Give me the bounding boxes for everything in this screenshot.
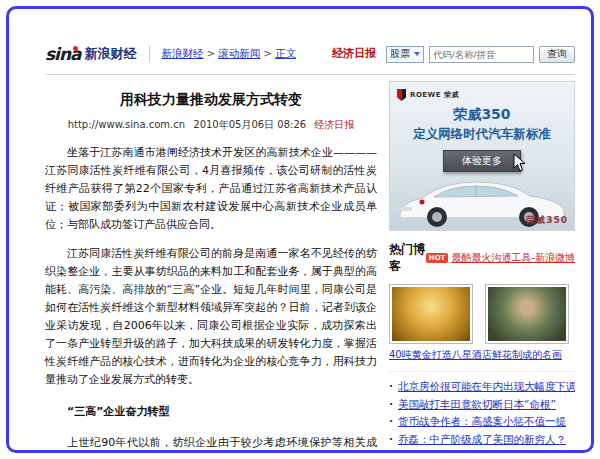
roewe-logo: ROEWE 荣威 xyxy=(397,89,459,101)
roewe-ad-banner[interactable]: ROEWE 荣威 荣威350 定义网络时代汽车新标准 体验更多 xyxy=(389,81,575,231)
chevron-down-icon xyxy=(414,52,420,56)
list-item: 四月份A股市场何以成为全球最差股市 xyxy=(389,448,575,453)
blog-link[interactable]: 货币战争作者：高盛案小惩不值一提 xyxy=(396,415,566,427)
breadcrumb-rolling-news[interactable]: 滚动新闻 xyxy=(218,47,260,59)
blog-link[interactable]: 四月份A股市场何以成为全球最差股市 xyxy=(396,450,573,453)
hot-badge: HOT xyxy=(426,253,449,263)
stock-search-button[interactable]: 查询 xyxy=(539,46,575,63)
breadcrumb: 新浪财经>滚动新闻>正文 xyxy=(162,47,297,61)
article-column: 用科技力量推动发展方式转变 http://www.sina.com.cn 201… xyxy=(45,81,377,453)
article-paragraph: 江苏同康活性炭纤维有限公司的前身是南通一家名不见经传的纺织染整企业，主要从事纺织… xyxy=(45,245,377,389)
header-divider xyxy=(149,46,150,62)
header: sina 新浪财经 新浪财经>滚动新闻>正文 经济日报 股票 查询 xyxy=(45,41,575,67)
list-item: 货币战争作者：高盛案小惩不值一提 xyxy=(389,413,575,431)
flower-painting-caption-link[interactable]: 鲜花制成的名画 xyxy=(485,348,569,362)
blog-link[interactable]: 北京房价很可能在年内出现大幅度下调 xyxy=(396,380,575,392)
gold-hotel-caption-link[interactable]: 40吨黄金打造八星酒店 xyxy=(389,348,473,362)
article-url: http://www.sina.com.cn xyxy=(68,119,185,130)
article-paragraph: 坐落于江苏南通市港闸经济技术开发区的高新技术企业————江苏同康活性炭纤维有限公… xyxy=(45,144,377,234)
article-source-link[interactable]: 经济日报 xyxy=(314,119,354,130)
breadcrumb-finance[interactable]: 新浪财经 xyxy=(162,47,204,59)
stock-type-select[interactable]: 股票 xyxy=(386,46,424,63)
article-datetime: 2010年05月06日 08:26 xyxy=(193,119,306,130)
blog-photo-item: 40吨黄金打造八星酒店 xyxy=(389,284,473,362)
flower-painting-photo[interactable] xyxy=(485,284,569,344)
ad-model-mark: 荣威350 xyxy=(526,214,568,227)
stock-search-input[interactable] xyxy=(429,46,534,63)
article-paragraph: 上世纪90年代以前，纺织企业由于较少考虑环境保护等相关成本，染整行业经营比较平稳… xyxy=(45,434,377,453)
list-item: 乔磊：中产阶级成了美国的新穷人？ xyxy=(389,431,575,449)
gold-hotel-photo[interactable] xyxy=(389,284,473,344)
ad-headline-slogan: 定义网络时代汽车新标准 xyxy=(390,126,574,143)
page-frame: sina 新浪财经 新浪财经>滚动新闻>正文 经济日报 股票 查询 用科技力量推… xyxy=(6,6,594,453)
roewe-shield-icon xyxy=(397,89,406,101)
ad-experience-more-button[interactable]: 体验更多 xyxy=(443,150,521,172)
blog-link[interactable]: 美国敲打丰田意欲切断日本“命根” xyxy=(396,398,556,410)
hot-blog-title: 热门博客 xyxy=(389,241,426,275)
mouse-cursor-icon xyxy=(513,154,527,172)
list-item: 北京房价很可能在年内出现大幅度下调 xyxy=(389,378,575,396)
sina-finance-logo-text[interactable]: 新浪财经 xyxy=(85,45,137,63)
hot-blog-list: 北京房价很可能在年内出现大幅度下调 美国敲打丰田意欲切断日本“命根” 货币战争作… xyxy=(389,371,575,453)
article-byline: http://www.sina.com.cn 2010年05月06日 08:26… xyxy=(45,118,377,132)
breadcrumb-separator: > xyxy=(263,47,272,59)
paragraph-text: 上世纪90年代以前，纺织企业由于较少考虑环境保护等相关成本，染整行业经营比较平稳… xyxy=(45,436,377,453)
header-rule xyxy=(45,74,575,75)
list-item: 美国敲打丰田意欲切断日本“命根” xyxy=(389,396,575,414)
blog-photo-item: 鲜花制成的名画 xyxy=(485,284,569,362)
article-subheading: “三高”企业奋力转型 xyxy=(45,403,377,421)
roewe-brand-text: ROEWE 荣威 xyxy=(410,90,459,100)
hot-blog-section: 热门博客 HOT 最酷最火沟通工具-新浪微博 40吨黄金打造八星酒店 鲜花制成的… xyxy=(389,241,575,453)
weibo-promo-link[interactable]: 最酷最火沟通工具-新浪微博 xyxy=(451,251,575,265)
ad-headline-model: 荣威350 xyxy=(390,106,574,124)
stock-type-value: 股票 xyxy=(390,47,410,61)
blog-link[interactable]: 乔磊：中产阶级成了美国的新穷人？ xyxy=(396,433,566,445)
sidebar: ROEWE 荣威 荣威350 定义网络时代汽车新标准 体验更多 xyxy=(389,81,575,453)
breadcrumb-separator: > xyxy=(207,47,216,59)
breadcrumb-article[interactable]: 正文 xyxy=(275,47,296,59)
media-partner-logo: 经济日报 xyxy=(332,49,376,59)
page-title: 用科技力量推动发展方式转变 xyxy=(55,91,367,109)
